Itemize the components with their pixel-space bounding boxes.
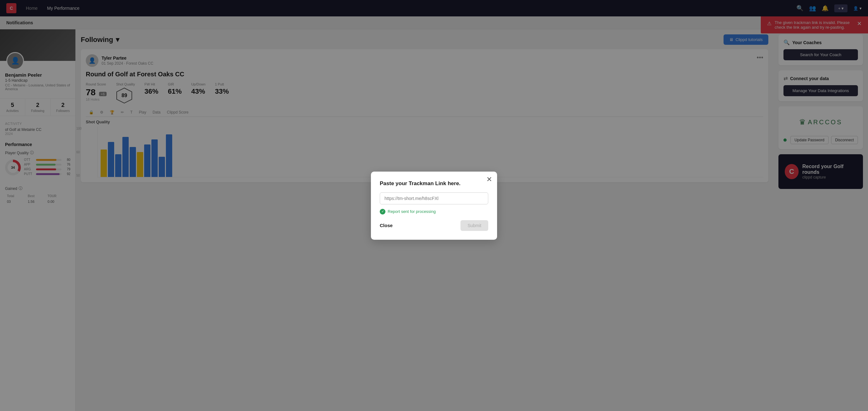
modal-overlay[interactable]: Paste your Trackman Link here. ✕ ✓ Repor… [0,0,868,411]
success-icon: ✓ [380,209,385,215]
trackman-modal: Paste your Trackman Link here. ✕ ✓ Repor… [371,171,497,240]
modal-title: Paste your Trackman Link here. [380,181,488,187]
modal-close-x-button[interactable]: ✕ [486,176,492,183]
modal-submit-button[interactable]: Submit [461,220,488,231]
modal-actions: Close Submit [380,220,488,231]
modal-success-message: ✓ Report sent for processing [380,209,488,215]
trackman-link-input[interactable] [380,192,488,204]
modal-close-button[interactable]: Close [380,223,393,228]
